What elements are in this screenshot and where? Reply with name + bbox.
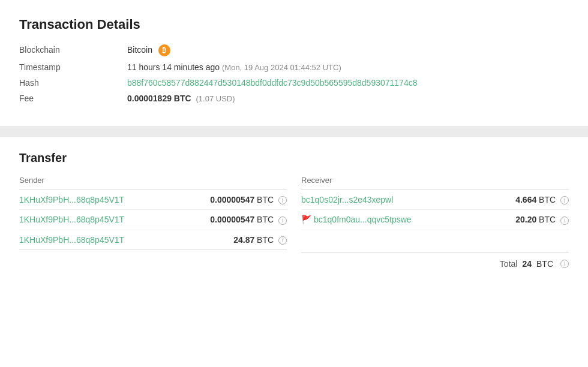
fee-usd-amount: (1.07 USD) (196, 94, 235, 103)
blockchain-value: Bitcoin ₿ (127, 44, 170, 56)
receiver-unit-1: BTC (539, 195, 556, 204)
timestamp-row: Timestamp 11 hours 14 minutes ago (Mon, … (19, 62, 569, 72)
sender-address-2[interactable]: 1KHuXf9PbH...68q8p45V1T (19, 215, 124, 224)
sender-address-3[interactable]: 1KHuXf9PbH...68q8p45V1T (19, 235, 124, 245)
total-section: Total 24 BTC i (19, 253, 569, 269)
bitcoin-icon: ₿ (158, 44, 170, 56)
receiver-info-icon-2[interactable]: i (560, 216, 569, 225)
sender-unit-2: BTC (257, 215, 274, 224)
sender-btc-2: 0.00000547 (210, 215, 254, 224)
receiver-address-1[interactable]: bc1q0s02jr...s2e43xepwl (301, 195, 393, 204)
total-label: Total (500, 259, 518, 269)
hash-link[interactable]: b88f760c58577d882447d530148bdf0ddfdc73c9… (127, 78, 417, 88)
timestamp-label: Timestamp (19, 62, 127, 72)
receiver-unit-2: BTC (539, 215, 556, 224)
fee-label: Fee (19, 94, 127, 103)
receiver-address-2[interactable]: bc1q0fm0au...qqvc5tpswe (314, 215, 412, 224)
sender-unit-3: BTC (257, 235, 274, 245)
hash-row: Hash b88f760c58577d882447d530148bdf0ddfd… (19, 78, 569, 88)
page-title: Transaction Details (19, 17, 569, 32)
transfer-grid: Sender 1KHuXf9PbH...68q8p45V1T 0.0000054… (19, 176, 569, 253)
sender-info-icon-1[interactable]: i (278, 196, 287, 204)
sender-info-icon-2[interactable]: i (278, 216, 287, 225)
sender-unit-1: BTC (257, 195, 274, 204)
total-inner: Total 24 BTC i (500, 259, 569, 269)
receiver-amount-2: 20.20 BTC i (515, 215, 569, 224)
receiver-row-empty (301, 230, 569, 253)
total-unit: BTC (536, 259, 553, 269)
fee-value: 0.00001829 BTC (1.07 USD) (127, 94, 235, 103)
transfer-section: Transfer Sender 1KHuXf9PbH...68q8p45V1T … (0, 137, 588, 288)
receiver-row-2: 🚩 bc1q0fm0au...qqvc5tpswe 20.20 BTC i (301, 210, 569, 230)
blockchain-label: Blockchain (19, 45, 127, 55)
fee-btc-amount: 0.00001829 (127, 94, 172, 103)
section-divider (0, 126, 588, 137)
total-info-icon[interactable]: i (560, 260, 569, 268)
receiver-amount-1: 4.664 BTC i (515, 195, 569, 204)
sender-row-1: 1KHuXf9PbH...68q8p45V1T 0.00000547 BTC i (19, 190, 287, 210)
sender-row-2: 1KHuXf9PbH...68q8p45V1T 0.00000547 BTC i (19, 210, 287, 230)
hash-label: Hash (19, 78, 127, 88)
sender-amount-1: 0.00000547 BTC i (210, 195, 287, 204)
sender-amount-3: 24.87 BTC i (233, 235, 287, 245)
sender-side: Sender 1KHuXf9PbH...68q8p45V1T 0.0000054… (19, 176, 287, 253)
page-wrapper: Transaction Details Blockchain Bitcoin ₿… (0, 0, 588, 367)
receiver-btc-2: 20.20 (515, 215, 536, 224)
fee-row: Fee 0.00001829 BTC (1.07 USD) (19, 94, 569, 103)
receiver-btc-1: 4.664 (515, 195, 536, 204)
flag-icon-2: 🚩 (301, 215, 311, 224)
sender-header: Sender (19, 176, 287, 190)
transaction-details-section: Transaction Details Blockchain Bitcoin ₿… (0, 0, 588, 126)
timestamp-value: 11 hours 14 minutes ago (Mon, 19 Aug 202… (127, 62, 341, 72)
transfer-title: Transfer (19, 151, 569, 165)
timestamp-absolute: (Mon, 19 Aug 2024 01:44:52 UTC) (222, 63, 341, 72)
receiver-info-icon-1[interactable]: i (560, 196, 569, 204)
sender-btc-3: 24.87 (233, 235, 254, 245)
sender-amount-2: 0.00000547 BTC i (210, 215, 287, 224)
sender-btc-1: 0.00000547 (210, 195, 254, 204)
fee-btc-unit-text: BTC (174, 94, 191, 103)
blockchain-name: Bitcoin (127, 45, 152, 55)
timestamp-relative: 11 hours 14 minutes ago (127, 62, 220, 72)
hash-value: b88f760c58577d882447d530148bdf0ddfdc73c9… (127, 78, 417, 88)
receiver-row-1: bc1q0s02jr...s2e43xepwl 4.664 BTC i (301, 190, 569, 210)
total-amount: 24 (522, 259, 532, 269)
blockchain-row: Blockchain Bitcoin ₿ (19, 44, 569, 56)
receiver-side: Receiver bc1q0s02jr...s2e43xepwl 4.664 B… (301, 176, 569, 253)
sender-info-icon-3[interactable]: i (278, 236, 287, 245)
receiver-row-2-left: 🚩 bc1q0fm0au...qqvc5tpswe (301, 215, 412, 224)
receiver-header: Receiver (301, 176, 569, 190)
sender-address-1[interactable]: 1KHuXf9PbH...68q8p45V1T (19, 195, 124, 204)
sender-row-3: 1KHuXf9PbH...68q8p45V1T 24.87 BTC i (19, 230, 287, 250)
